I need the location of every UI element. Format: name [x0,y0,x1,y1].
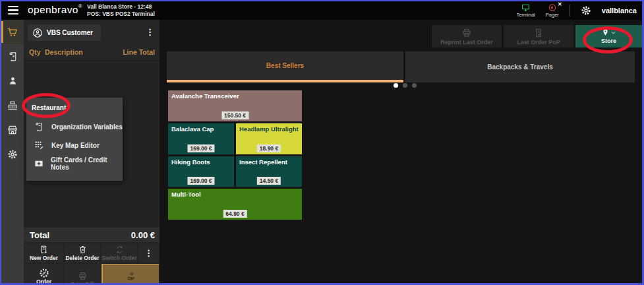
pager-icon [548,3,557,12]
order-columns-header: Qty Description Line Total [24,45,160,61]
product-tile-insect-repellent[interactable]: Insect Repellent 14.50 € [236,156,302,187]
rail-customers[interactable] [1,69,24,93]
hamburger-menu-icon[interactable] [8,6,18,15]
location-pin-icon [601,28,610,37]
product-tile-avalanche-transceiver[interactable]: Avalanche Transceiver 150.50 € [168,90,302,121]
order-menu-kebab-icon[interactable]: ⋮ [146,28,154,36]
delete-order-button[interactable]: Delete Order [65,243,100,263]
col-qty: Qty [29,48,41,56]
order-discounts-button[interactable]: Order Discounts [24,264,63,284]
pagination-dots [394,83,417,88]
order-actions-kebab-icon[interactable]: ⋮ [138,243,159,263]
price-badge: 18.90 € [257,144,281,152]
total-value: 0.00 € [131,230,155,240]
header-buttons: Reprint Last Order Last Order PoP Store [432,25,642,48]
terminal-status-button[interactable]: Terminal [516,3,535,18]
printer-icon [461,28,472,38]
left-icon-rail [1,20,24,284]
tab-backpacks-travels[interactable]: Backpacks & Travels [405,51,635,82]
rail-sales-cart[interactable] [1,20,24,44]
price-badge: 169.00 € [187,144,214,152]
topbar-divider [570,5,570,16]
trash-icon [78,245,88,255]
product-grid: Avalanche Transceiver 150.50 € Balaclava… [168,90,302,220]
total-label: Total [30,230,49,240]
pager-status-button[interactable]: ✕ Pager [546,3,559,18]
receipt-check-icon [533,28,544,38]
registered-mark: ® [78,3,82,9]
main-area: Reprint Last Order Last Order PoP Store [160,20,643,284]
journal-icon [7,51,18,62]
rail-store[interactable] [1,117,24,142]
cash-register-icon [7,100,18,111]
pay-hand-coins-icon [126,271,136,282]
settings-gear-icon[interactable] [581,5,591,16]
keypad-icon [34,140,45,150]
pay-button[interactable]: Pay [102,264,159,284]
user-menu[interactable]: vallblanca [602,7,637,15]
top-bar: openbravo® Vall Blanca Store - 12:48 POS… [1,1,642,20]
customer-icon [7,75,18,86]
menu-item-gift-cards[interactable]: Gift Cards / Credit Notes [26,154,123,173]
customer-button[interactable]: VBS Customer [28,24,101,41]
price-badge: 150.50 € [221,111,249,119]
tab-best-sellers[interactable]: Best Sellers [167,51,403,82]
order-panel-header: VBS Customer ⋮ [24,20,160,45]
gear-icon [7,149,18,160]
cart-icon [7,26,18,38]
menu-item-key-map-editor[interactable]: Key Map Editor [26,136,123,154]
print-bill-button[interactable]: Print Bill [65,264,100,284]
rail-cash-management[interactable] [1,93,24,117]
receipt-plus-icon [39,245,49,255]
pagination-dot[interactable] [394,83,398,88]
product-tile-hiking-boots[interactable]: Hiking Boots 169.00 € [168,156,234,187]
printer-icon [78,271,88,281]
menu-item-restaurant[interactable]: Restaurant [26,98,123,117]
category-tabs: Best Sellers Backpacks & Travels [167,51,635,79]
giftcard-icon [34,158,44,169]
reprint-last-order-button[interactable]: Reprint Last Order [432,25,502,48]
discount-gear-icon [39,268,49,278]
rail-orders-journal[interactable] [1,44,24,69]
pagination-dot[interactable] [412,83,417,88]
last-order-pop-button[interactable]: Last Order PoP [504,25,573,48]
product-tile-balaclava-cap[interactable]: Balaclava Cap 169.00 € [168,123,234,154]
chevron-down-icon [610,30,616,36]
store-info: Vall Blanca Store - 12:48 POS: VBS POS2 … [87,3,155,18]
switch-arrows-icon [115,245,125,255]
price-badge: 64.90 € [223,210,247,218]
journal-icon [34,121,45,132]
price-badge: 14.50 € [257,177,281,185]
context-menu: Restaurant Organization Variables Key Ma… [26,98,123,181]
store-selector-button[interactable]: Store [575,25,642,48]
openbravo-logo: openbravo® [28,4,82,16]
pagination-dot[interactable] [403,83,407,88]
pos-window: openbravo® Vall Blanca Store - 12:48 POS… [0,0,644,285]
shop-icon [7,124,18,136]
total-bar: Total 0.00 € [24,228,160,242]
new-order-button[interactable]: New Order [24,243,63,263]
terminal-title: POS: VBS POS2 Terminal [87,11,155,18]
terminal-monitor-icon [521,3,531,12]
customer-circle-icon [32,28,43,38]
price-badge: 169.00 € [187,177,214,185]
rail-settings[interactable] [1,142,24,166]
col-line-total: Line Total [123,48,155,56]
col-description: Description [45,48,83,56]
menu-item-organization-variables[interactable]: Organization Variables [26,117,123,136]
pager-disconnected-x-icon: ✕ [558,1,562,7]
store-title: Vall Blanca Store - 12:48 [87,3,155,11]
switch-order-button[interactable]: Switch Order [102,243,137,263]
product-tile-headlamp-ultralight[interactable]: Headlamp Ultralight 18.90 € [236,123,302,154]
product-tile-multi-tool[interactable]: Multi-Tool 64.90 € [168,189,302,220]
